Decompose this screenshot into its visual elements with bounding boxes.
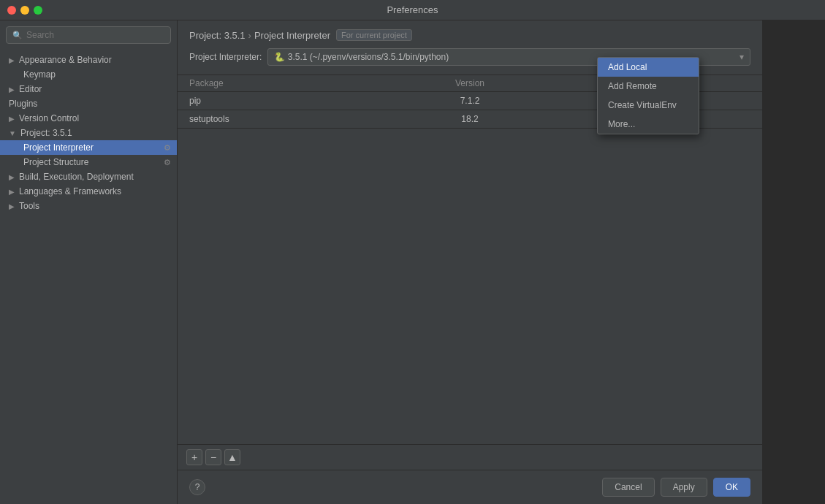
breadcrumb-separator: ›	[248, 30, 251, 41]
cell-package: pip	[189, 96, 376, 106]
sidebar: 🔍 ▶ Appearance & Behavior Keymap ▶ Edito…	[0, 20, 178, 504]
sidebar-item-version-control[interactable]: ▶ Version Control	[0, 111, 177, 126]
dropdown-item-add-remote[interactable]: Add Remote	[598, 77, 699, 96]
footer-right: Cancel Apply OK	[602, 478, 750, 497]
sidebar-item-label: Version Control	[19, 113, 79, 123]
sidebar-item-label: Project Structure	[23, 157, 88, 167]
sidebar-item-project[interactable]: ▼ Project: 3.5.1	[0, 126, 177, 140]
table-toolbar: + − ▲	[178, 444, 762, 470]
sidebar-item-appearance[interactable]: ▶ Appearance & Behavior	[0, 53, 177, 67]
sidebar-item-label: Build, Execution, Deployment	[19, 172, 134, 182]
sidebar-item-languages[interactable]: ▶ Languages & Frameworks	[0, 184, 177, 199]
sidebar-item-keymap[interactable]: Keymap	[0, 67, 177, 82]
apply-button[interactable]: Apply	[661, 478, 707, 497]
breadcrumb-page: Project Interpreter	[254, 30, 330, 41]
sidebar-item-project-interpreter[interactable]: Project Interpreter ⚙	[0, 140, 177, 155]
right-panel	[762, 20, 825, 504]
sidebar-item-label: Project: 3.5.1	[20, 128, 72, 138]
dropdown-menu: Add Local Add Remote Create VirtualEnv M…	[597, 57, 699, 134]
arrow-icon: ▶	[9, 115, 15, 123]
sidebar-item-tools[interactable]: ▶ Tools	[0, 199, 177, 213]
help-icon: ?	[195, 482, 200, 492]
plus-icon: +	[191, 451, 197, 463]
sidebar-item-label: Languages & Frameworks	[19, 186, 121, 196]
gear-icon: ⚙	[164, 158, 171, 167]
chevron-down-icon: ▾	[740, 52, 744, 62]
sidebar-item-label: Editor	[19, 84, 42, 94]
cell-version: 18.2	[376, 114, 563, 124]
search-box[interactable]: 🔍	[6, 26, 171, 44]
arrow-icon: ▶	[9, 202, 15, 210]
sidebar-item-label: Keymap	[23, 69, 56, 80]
upgrade-package-button[interactable]: ▲	[224, 449, 240, 465]
arrow-icon: ▶	[9, 188, 15, 196]
col-package: Package	[189, 78, 376, 88]
cancel-button[interactable]: Cancel	[602, 478, 654, 497]
sidebar-item-editor[interactable]: ▶ Editor	[0, 82, 177, 96]
minus-icon: −	[210, 451, 216, 463]
search-input[interactable]	[26, 30, 164, 40]
cell-package: setuptools	[189, 114, 376, 124]
titlebar: Preferences	[0, 0, 825, 20]
table-body: pip 7.1.2 ➡ 8.1.2 setuptools 18.2 ➡ 23.0…	[178, 92, 762, 444]
maximize-button[interactable]	[34, 6, 42, 15]
sidebar-item-label: Plugins	[9, 99, 37, 109]
content-area: Project: 3.5.1 › Project Interpreter For…	[178, 20, 762, 504]
col-version: Version	[376, 78, 563, 88]
breadcrumb: Project: 3.5.1 › Project Interpreter For…	[189, 29, 750, 41]
cell-version: 7.1.2	[376, 96, 563, 106]
interpreter-value: 🐍 3.5.1 (~/.pyenv/versions/3.5.1/bin/pyt…	[274, 52, 449, 62]
sidebar-item-build-execution[interactable]: ▶ Build, Execution, Deployment	[0, 169, 177, 184]
arrow-icon: ▶	[9, 56, 15, 64]
gear-icon: ⚙	[164, 143, 171, 153]
sidebar-nav: ▶ Appearance & Behavior Keymap ▶ Editor …	[0, 50, 177, 504]
window-controls	[7, 6, 42, 15]
dropdown-item-more[interactable]: More...	[598, 115, 699, 134]
minimize-button[interactable]	[20, 6, 29, 15]
arrow-icon: ▶	[9, 173, 15, 181]
footer-left: ?	[189, 479, 205, 495]
search-icon: 🔍	[12, 31, 23, 40]
sidebar-item-plugins[interactable]: Plugins	[0, 96, 177, 111]
dialog-footer: ? Cancel Apply OK	[178, 470, 762, 504]
interpreter-label: Project Interpreter:	[189, 52, 262, 62]
help-button[interactable]: ?	[189, 479, 205, 495]
arrow-icon: ▼	[9, 129, 16, 137]
close-button[interactable]	[7, 6, 16, 15]
upgrade-icon: ▲	[227, 451, 237, 463]
sidebar-item-label: Appearance & Behavior	[19, 55, 112, 65]
arrow-icon: ▶	[9, 85, 15, 93]
sidebar-item-label: Tools	[19, 201, 39, 211]
add-package-button[interactable]: +	[186, 449, 202, 465]
breadcrumb-project: Project: 3.5.1	[189, 30, 246, 41]
remove-package-button[interactable]: −	[205, 449, 221, 465]
sidebar-item-project-structure[interactable]: Project Structure ⚙	[0, 155, 177, 169]
dropdown-item-create-virtualenv[interactable]: Create VirtualEnv	[598, 96, 699, 115]
sidebar-item-label: Project Interpreter	[23, 142, 94, 153]
window-title: Preferences	[387, 4, 438, 15]
ok-button[interactable]: OK	[713, 478, 750, 497]
breadcrumb-tag: For current project	[336, 29, 412, 41]
package-table: Package Version Latest pip 7.1.2 ➡ 8.1.2…	[178, 75, 762, 470]
main-container: 🔍 ▶ Appearance & Behavior Keymap ▶ Edito…	[0, 20, 825, 504]
dropdown-item-add-local[interactable]: Add Local	[598, 58, 699, 77]
